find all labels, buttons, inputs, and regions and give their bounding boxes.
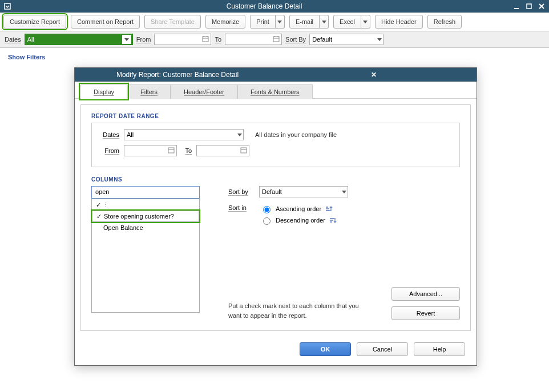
maximize-button[interactable] (525, 2, 533, 10)
sortby-select[interactable]: Default (259, 186, 348, 197)
calendar-icon (201, 35, 209, 43)
columns-help-text: Put a check mark next to each column tha… (228, 301, 360, 320)
dialog-title: Modify Report: Customer Balance Detail (79, 71, 276, 79)
sortin-label: Sort in (228, 204, 255, 211)
dates-value: All (27, 36, 34, 43)
dates-select[interactable]: All (25, 34, 133, 45)
memorize-button[interactable]: Memorize (205, 15, 245, 29)
list-item-label: Open Balance (103, 224, 143, 231)
columns-heading: COLUMNS (91, 176, 460, 183)
dialog-close-button[interactable]: ✕ (276, 71, 472, 79)
dlg-to-label: To (181, 147, 192, 154)
ascending-radio[interactable] (263, 206, 271, 213)
ok-button[interactable]: OK (300, 342, 351, 356)
window-title: Customer Balance Detail (16, 2, 512, 10)
dates-label: Dates (5, 36, 21, 43)
dlg-to-date-input[interactable] (196, 145, 249, 156)
print-dropdown[interactable] (276, 15, 285, 29)
help-button[interactable]: Help (414, 342, 465, 356)
chevron-down-icon (377, 35, 382, 42)
check-icon: ✓ (95, 213, 103, 220)
tab-fonts-numbers[interactable]: Fonts & Numbers (237, 84, 313, 99)
drag-handle-icon: ⋮ (102, 201, 104, 209)
ascending-label: Ascending order (276, 205, 321, 212)
excel-button[interactable]: Excel (333, 15, 361, 29)
modify-report-dialog: Modify Report: Customer Balance Detail ✕… (74, 67, 477, 366)
dlg-dates-label: Dates (99, 131, 119, 138)
to-label: To (215, 36, 221, 43)
revert-button[interactable]: Revert (391, 306, 460, 320)
chevron-down-icon (322, 21, 326, 23)
svg-rect-9 (273, 37, 279, 42)
print-button[interactable]: Print (250, 15, 276, 29)
list-item[interactable]: ✓ ⋮ (92, 199, 199, 211)
descending-radio[interactable] (263, 217, 271, 225)
columns-listbox[interactable]: ✓ ⋮ ✓ Store opening customer? Open Balan… (91, 199, 200, 313)
advanced-button[interactable]: Advanced... (391, 287, 460, 301)
sort-desc-icon (329, 216, 337, 224)
share-template-button: Share Template (144, 15, 201, 29)
window-menu-icon[interactable] (3, 2, 11, 10)
check-icon: ✓ (94, 201, 102, 209)
tab-display[interactable]: Display (80, 84, 127, 99)
report-date-range-heading: REPORT DATE RANGE (91, 113, 460, 119)
svg-rect-2 (527, 4, 531, 9)
minimize-button[interactable] (512, 2, 520, 10)
report-toolbar: Customize Report Comment on Report Share… (0, 13, 549, 31)
sortby-label: Sort By (285, 36, 306, 43)
chevron-down-icon (342, 188, 346, 195)
sortby-select[interactable]: Default (309, 34, 384, 45)
report-filter-bar: Dates All From To Sort By Default (0, 31, 549, 48)
dialog-tabs: Display Filters Header/Footer Fonts & Nu… (75, 82, 477, 99)
from-date-input[interactable] (154, 34, 211, 45)
svg-rect-0 (5, 3, 10, 9)
chevron-down-icon (122, 35, 131, 44)
chevron-down-icon (237, 131, 242, 138)
comment-on-report-button[interactable]: Comment on Report (71, 15, 140, 29)
list-item-label: Store opening customer? (104, 213, 174, 220)
from-label: From (136, 36, 151, 43)
columns-search-text[interactable] (94, 188, 197, 196)
refresh-button[interactable]: Refresh (427, 15, 462, 29)
excel-dropdown[interactable] (361, 15, 370, 29)
list-item[interactable]: ✓ Store opening customer? (92, 211, 199, 222)
dlg-dates-hint: All dates in your company file (255, 131, 337, 138)
close-button[interactable] (538, 2, 546, 10)
tab-filters[interactable]: Filters (127, 84, 171, 99)
sortby-value: Default (262, 188, 282, 195)
cancel-button[interactable]: Cancel (357, 342, 408, 356)
svg-rect-5 (203, 37, 208, 42)
list-item[interactable]: Open Balance (92, 222, 199, 233)
columns-search-input[interactable] (91, 186, 200, 199)
tab-header-footer[interactable]: Header/Footer (171, 84, 237, 99)
dlg-from-label: From (99, 147, 119, 154)
dlg-dates-select[interactable]: All (124, 129, 244, 140)
dlg-from-date-input[interactable] (124, 145, 177, 156)
sort-asc-icon (325, 205, 333, 213)
email-button[interactable]: E-mail (289, 15, 320, 29)
svg-rect-13 (168, 148, 174, 153)
calendar-icon (272, 35, 280, 43)
customize-report-button[interactable]: Customize Report (3, 15, 66, 29)
chevron-down-icon (277, 21, 282, 23)
descending-label: Descending order (276, 217, 325, 224)
hide-header-button[interactable]: Hide Header (375, 15, 423, 29)
dlg-dates-value: All (127, 131, 134, 138)
chevron-down-icon (363, 21, 368, 23)
calendar-icon (167, 146, 175, 154)
email-dropdown[interactable] (320, 15, 329, 29)
svg-rect-15 (241, 148, 247, 153)
sortby-label: Sort by (228, 188, 255, 195)
show-filters-link[interactable]: Show Filters (0, 48, 549, 66)
calendar-icon (240, 146, 248, 154)
sortby-value: Default (312, 36, 332, 43)
to-date-input[interactable] (225, 34, 282, 45)
